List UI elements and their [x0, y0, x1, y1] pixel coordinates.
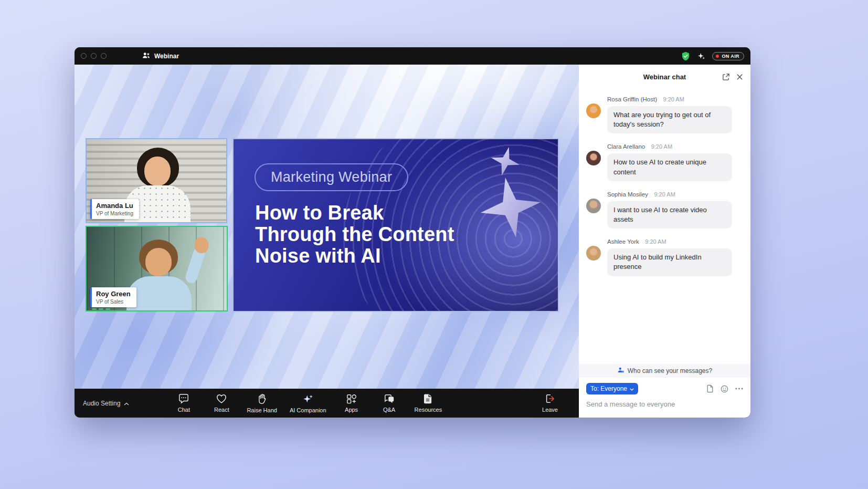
chat-icon	[178, 393, 189, 405]
shared-slide: Marketing Webinar How to Break Through t…	[232, 138, 559, 312]
window-controls	[81, 53, 107, 59]
ai-companion-status-icon[interactable]	[697, 52, 705, 60]
chat-message: Ashlee York 9:20 AM Using AI to build my…	[586, 236, 743, 276]
speaker-title: VP of Marketing	[96, 211, 133, 216]
security-shield-icon[interactable]	[681, 51, 690, 61]
more-options-icon[interactable]	[735, 388, 743, 390]
minimize-window-button[interactable]	[91, 53, 97, 59]
avatar	[586, 199, 601, 213]
video-tile-roy[interactable]: Roy Green VP of Sales	[86, 226, 228, 311]
chat-message-input[interactable]	[579, 396, 750, 418]
ai-sparkle-icon	[302, 393, 314, 405]
maximize-window-button[interactable]	[101, 53, 107, 59]
leave-button-label: Leave	[542, 407, 558, 413]
avatar	[586, 151, 601, 165]
video-tile-amanda[interactable]: Amanda Lu VP of Marketing	[86, 138, 227, 223]
webinar-window: Webinar ON AIR	[75, 47, 750, 418]
leave-door-icon	[544, 393, 556, 405]
message-time: 9:20 AM	[654, 191, 675, 197]
resources-button[interactable]: Resources	[412, 393, 444, 413]
privacy-person-icon	[617, 367, 624, 375]
react-button-label: React	[214, 407, 229, 413]
recipient-selector[interactable]: To: Everyone	[586, 383, 638, 394]
close-chat-icon[interactable]	[736, 74, 743, 80]
emoji-icon[interactable]	[721, 385, 728, 393]
chat-message: Rosa Griffin (Host) 9:20 AM What are you…	[586, 94, 743, 133]
compose-toolbar: To: Everyone	[579, 378, 750, 396]
raise-hand-button[interactable]: Raise Hand	[245, 393, 279, 413]
participants-icon	[142, 52, 151, 60]
message-text: What are you trying to get out of today'…	[607, 106, 732, 133]
name-tag-amanda: Amanda Lu VP of Marketing	[90, 199, 139, 219]
apps-icon	[346, 393, 357, 405]
raised-hand-icon	[257, 393, 267, 405]
recipient-label: To: Everyone	[590, 385, 627, 392]
chat-message: Sophia Mosiley 9:20 AM I want to use AI …	[586, 189, 743, 228]
raise-hand-button-label: Raise Hand	[247, 407, 277, 413]
app-title: Webinar	[142, 52, 179, 60]
qa-button[interactable]: Q&A	[375, 393, 404, 413]
apps-button-label: Apps	[345, 407, 358, 413]
chat-button-label: Chat	[178, 407, 190, 413]
slide-heading: How to Break Through the Content Noise w…	[255, 202, 454, 267]
message-author: Sophia Mosiley	[607, 191, 648, 197]
popout-chat-icon[interactable]	[722, 73, 730, 81]
message-text: I want to use AI to create video assets	[607, 201, 732, 228]
react-button[interactable]: React	[207, 393, 236, 413]
webinar-chat-panel: Webinar chat Rosa Griffin (Host) 9:20 AM	[579, 65, 750, 418]
privacy-note-label: Who can see your messages?	[628, 367, 712, 374]
meeting-toolbar: Audio Setting Chat	[75, 389, 579, 418]
message-time: 9:20 AM	[651, 143, 672, 150]
slide-badge: Marketing Webinar	[255, 163, 408, 191]
avatar	[586, 246, 601, 261]
chat-message: Clara Arellano 9:20 AM How to use AI to …	[586, 141, 743, 181]
chevron-down-icon	[630, 385, 634, 392]
chat-panel-title: Webinar chat	[643, 73, 686, 81]
qa-button-label: Q&A	[383, 407, 395, 413]
ai-companion-button-label: AI Companion	[290, 407, 326, 413]
message-privacy-note[interactable]: Who can see your messages?	[579, 364, 750, 378]
name-tag-roy: Roy Green VP of Sales	[90, 287, 136, 307]
window-title: Webinar	[154, 53, 179, 60]
message-author: Rosa Griffin (Host)	[607, 96, 657, 102]
chat-header: Webinar chat	[579, 65, 750, 89]
speaker-title: VP of Sales	[96, 299, 131, 305]
avatar	[586, 103, 601, 118]
toolbar-buttons: Chat React Raise Hand	[169, 393, 444, 413]
qa-icon	[384, 393, 395, 405]
message-author: Ashlee York	[607, 238, 639, 245]
title-bar: Webinar ON AIR	[75, 47, 750, 65]
webinar-stage: Amanda Lu VP of Marketing Roy Green VP o…	[75, 65, 579, 389]
message-text: How to use AI to create unique content	[607, 153, 732, 181]
apps-button[interactable]: Apps	[337, 393, 366, 413]
message-author: Clara Arellano	[607, 143, 645, 150]
audio-setting-button[interactable]: Audio Setting	[83, 400, 129, 407]
on-air-badge: ON AIR	[712, 52, 744, 60]
ai-companion-button[interactable]: AI Companion	[288, 393, 329, 413]
chat-message-list[interactable]: Rosa Griffin (Host) 9:20 AM What are you…	[579, 89, 750, 364]
on-air-label: ON AIR	[722, 54, 739, 59]
on-air-dot	[716, 55, 719, 58]
speaker-name: Amanda Lu	[96, 202, 133, 210]
speaker-name: Roy Green	[96, 290, 131, 298]
message-time: 9:20 AM	[663, 96, 684, 102]
chevron-up-icon	[124, 400, 129, 407]
close-window-button[interactable]	[81, 53, 87, 59]
resources-icon	[423, 393, 433, 405]
message-time: 9:20 AM	[645, 238, 666, 245]
message-text: Using AI to build my LinkedIn presence	[607, 248, 732, 276]
resources-button-label: Resources	[415, 407, 442, 413]
leave-button[interactable]: Leave	[542, 393, 558, 413]
attach-file-icon[interactable]	[706, 384, 714, 393]
audio-setting-label: Audio Setting	[83, 400, 120, 407]
chat-button[interactable]: Chat	[169, 393, 198, 413]
audio-level-indicator	[92, 308, 110, 310]
heart-icon	[216, 393, 227, 405]
